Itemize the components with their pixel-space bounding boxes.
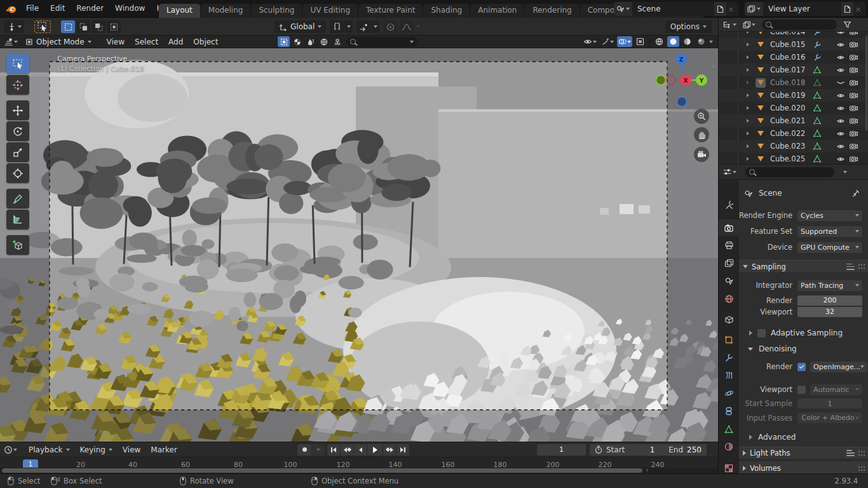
denoiser-dropdown[interactable]: OpenImage... bbox=[810, 362, 867, 372]
outliner-row-cube019[interactable]: Cube.019 bbox=[719, 89, 868, 102]
tab-output[interactable] bbox=[719, 237, 739, 254]
shading-sphere-icon[interactable] bbox=[291, 36, 303, 47]
viewport-search[interactable] bbox=[346, 37, 417, 47]
shading-rendered-button[interactable] bbox=[695, 36, 707, 47]
timeline-menu-playback[interactable]: Playback bbox=[24, 445, 75, 454]
disable-render-camera-icon[interactable] bbox=[849, 92, 858, 98]
mesh-data-icon[interactable] bbox=[812, 142, 822, 150]
select-filter-icon[interactable] bbox=[278, 36, 290, 47]
samples-viewport-field[interactable]: 32 bbox=[797, 307, 862, 317]
expand-icon[interactable] bbox=[747, 43, 749, 46]
tab-material[interactable] bbox=[719, 438, 739, 455]
blender-logo-icon[interactable] bbox=[5, 3, 17, 15]
zoom-button[interactable] bbox=[694, 109, 709, 124]
tab-modeling[interactable]: Modeling bbox=[201, 4, 251, 18]
mode-dropdown[interactable]: Object Mode bbox=[22, 36, 95, 47]
render-engine-dropdown[interactable]: Cycles bbox=[797, 210, 862, 221]
show-visibility-dropdown[interactable] bbox=[582, 36, 598, 47]
tab-object[interactable] bbox=[719, 332, 739, 348]
tab-physics[interactable] bbox=[719, 385, 739, 402]
disable-render-camera-icon[interactable] bbox=[849, 41, 858, 48]
menu-window[interactable]: Window bbox=[109, 4, 151, 13]
hide-eye-icon[interactable] bbox=[836, 144, 845, 149]
proportional-editing-button[interactable] bbox=[383, 20, 397, 33]
snap-options-dropdown[interactable] bbox=[344, 20, 353, 33]
browse-view-layer-button[interactable] bbox=[745, 2, 763, 16]
expand-icon[interactable] bbox=[747, 68, 749, 72]
tab-scene[interactable] bbox=[719, 273, 739, 289]
play-button[interactable] bbox=[367, 444, 383, 456]
menu-file[interactable]: File bbox=[20, 4, 44, 13]
environment-icon[interactable] bbox=[318, 36, 330, 47]
tab-texture-paint[interactable]: Texture Paint bbox=[358, 4, 423, 18]
outliner-row-cube022[interactable]: Cube.022 bbox=[719, 127, 868, 140]
axis-neg-y-ball[interactable] bbox=[656, 76, 666, 85]
outliner-row-cube025[interactable]: Cube.025 bbox=[719, 152, 868, 164]
start-frame-field[interactable]: 1 bbox=[628, 445, 654, 454]
tab-shading[interactable]: Shading bbox=[423, 4, 470, 18]
expand-icon[interactable] bbox=[747, 119, 749, 123]
outliner-row-cube020[interactable]: Cube.020 bbox=[719, 102, 868, 114]
remove-view-layer-button[interactable]: × bbox=[853, 4, 865, 14]
editor-type-selector[interactable] bbox=[721, 19, 738, 30]
tab-uv-editing[interactable]: UV Editing bbox=[302, 4, 358, 18]
scene-name-field[interactable]: Scene bbox=[632, 4, 714, 13]
denoise-render-checkbox[interactable] bbox=[797, 363, 806, 371]
tool-transform[interactable] bbox=[6, 163, 29, 183]
tab-world[interactable] bbox=[719, 290, 739, 307]
viewport-menu-object[interactable]: Object bbox=[188, 37, 223, 46]
disable-render-camera-icon[interactable] bbox=[849, 130, 858, 137]
disable-render-camera-icon[interactable] bbox=[849, 67, 858, 73]
navigation-gizmo[interactable]: Z X Y bbox=[646, 52, 715, 111]
mesh-data-icon[interactable] bbox=[812, 104, 822, 112]
drag-grip-icon[interactable] bbox=[858, 466, 865, 471]
mesh-data-icon[interactable] bbox=[812, 155, 822, 163]
adaptive-sampling-row[interactable]: Adaptive Sampling bbox=[739, 327, 868, 339]
expand-icon[interactable] bbox=[747, 81, 749, 85]
drag-grip-icon[interactable] bbox=[858, 264, 865, 269]
viewport-denoiser-dropdown[interactable]: Automatic bbox=[810, 384, 862, 395]
tab-particles[interactable] bbox=[719, 367, 739, 384]
hide-eye-icon[interactable] bbox=[836, 42, 845, 48]
outliner-search[interactable] bbox=[762, 20, 837, 30]
tool-measure[interactable] bbox=[6, 210, 29, 229]
transform-orientation-dropdown[interactable]: Global bbox=[275, 20, 326, 33]
expand-icon[interactable] bbox=[747, 157, 749, 161]
mesh-data-icon[interactable] bbox=[812, 79, 822, 86]
expand-icon[interactable] bbox=[747, 132, 749, 135]
hide-eye-icon[interactable] bbox=[836, 118, 845, 124]
tab-view-layer[interactable] bbox=[719, 255, 739, 271]
outliner-row-cube021[interactable]: Cube.021 bbox=[719, 114, 868, 127]
jump-to-start-button[interactable] bbox=[327, 444, 340, 456]
disable-render-camera-icon[interactable] bbox=[849, 156, 858, 162]
menu-render[interactable]: Render bbox=[71, 4, 109, 13]
fluid-drop-icon[interactable] bbox=[304, 36, 316, 47]
disable-render-camera-icon[interactable] bbox=[849, 118, 858, 124]
expand-icon[interactable] bbox=[747, 144, 749, 148]
hide-eye-icon[interactable] bbox=[836, 105, 845, 111]
snap-target-dropdown[interactable] bbox=[371, 20, 379, 33]
show-overlays-dropdown[interactable] bbox=[617, 36, 632, 47]
stamp-icon[interactable] bbox=[331, 36, 343, 47]
new-view-layer-button[interactable] bbox=[841, 2, 853, 16]
select-mode-subtract-button[interactable] bbox=[92, 20, 105, 33]
tool-add-cube[interactable] bbox=[6, 235, 29, 255]
shading-material-button[interactable] bbox=[681, 36, 693, 47]
current-frame-field[interactable]: 1 bbox=[537, 444, 586, 456]
outliner-row-cube015[interactable]: Cube.015 bbox=[719, 38, 868, 51]
tool-annotate[interactable] bbox=[6, 189, 29, 208]
tab-render[interactable] bbox=[719, 219, 739, 236]
mesh-data-icon[interactable] bbox=[812, 66, 822, 74]
proportional-falloff-button[interactable] bbox=[400, 20, 414, 33]
tool-rotate[interactable] bbox=[6, 121, 29, 141]
tab-modifiers[interactable] bbox=[719, 349, 739, 366]
adaptive-sampling-checkbox[interactable] bbox=[757, 329, 766, 337]
tab-layout[interactable]: Layout bbox=[159, 4, 200, 18]
expand-icon[interactable] bbox=[747, 106, 749, 110]
unlink-scene-button[interactable]: × bbox=[726, 4, 738, 14]
modifier-wrench-icon[interactable] bbox=[812, 41, 822, 48]
hide-eye-icon[interactable] bbox=[836, 55, 845, 60]
new-scene-button[interactable] bbox=[714, 2, 726, 16]
viewport-menu-add[interactable]: Add bbox=[163, 37, 188, 46]
breadcrumb-label[interactable]: Scene bbox=[759, 189, 782, 198]
